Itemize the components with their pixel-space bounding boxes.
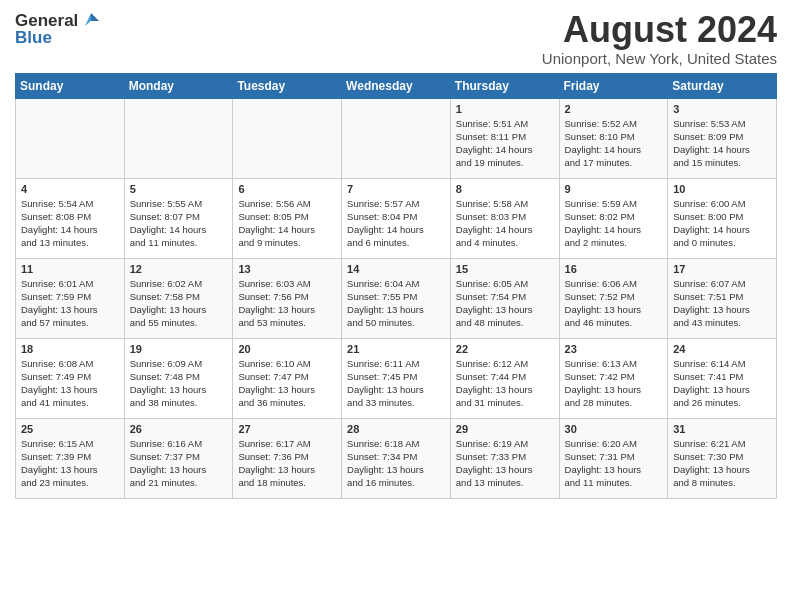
day-number: 30 bbox=[565, 423, 663, 435]
page-subtitle: Unionport, New York, United States bbox=[542, 50, 777, 67]
day-number: 17 bbox=[673, 263, 771, 275]
calendar-cell: 7Sunrise: 5:57 AM Sunset: 8:04 PM Daylig… bbox=[342, 178, 451, 258]
calendar-cell bbox=[124, 98, 233, 178]
calendar-cell: 22Sunrise: 6:12 AM Sunset: 7:44 PM Dayli… bbox=[450, 338, 559, 418]
day-number: 11 bbox=[21, 263, 119, 275]
day-number: 15 bbox=[456, 263, 554, 275]
day-number: 4 bbox=[21, 183, 119, 195]
weekday-header: Monday bbox=[124, 73, 233, 98]
day-number: 7 bbox=[347, 183, 445, 195]
day-number: 22 bbox=[456, 343, 554, 355]
day-info: Sunrise: 6:18 AM Sunset: 7:34 PM Dayligh… bbox=[347, 437, 445, 490]
header-row: SundayMondayTuesdayWednesdayThursdayFrid… bbox=[16, 73, 777, 98]
day-number: 31 bbox=[673, 423, 771, 435]
day-number: 23 bbox=[565, 343, 663, 355]
calendar-cell: 27Sunrise: 6:17 AM Sunset: 7:36 PM Dayli… bbox=[233, 418, 342, 498]
day-number: 27 bbox=[238, 423, 336, 435]
day-number: 8 bbox=[456, 183, 554, 195]
day-info: Sunrise: 6:05 AM Sunset: 7:54 PM Dayligh… bbox=[456, 277, 554, 330]
day-number: 6 bbox=[238, 183, 336, 195]
day-number: 25 bbox=[21, 423, 119, 435]
weekday-header: Wednesday bbox=[342, 73, 451, 98]
calendar-cell bbox=[342, 98, 451, 178]
calendar-cell: 23Sunrise: 6:13 AM Sunset: 7:42 PM Dayli… bbox=[559, 338, 668, 418]
day-info: Sunrise: 6:00 AM Sunset: 8:00 PM Dayligh… bbox=[673, 197, 771, 250]
day-number: 3 bbox=[673, 103, 771, 115]
day-info: Sunrise: 5:53 AM Sunset: 8:09 PM Dayligh… bbox=[673, 117, 771, 170]
day-info: Sunrise: 6:06 AM Sunset: 7:52 PM Dayligh… bbox=[565, 277, 663, 330]
day-info: Sunrise: 6:02 AM Sunset: 7:58 PM Dayligh… bbox=[130, 277, 228, 330]
day-info: Sunrise: 5:58 AM Sunset: 8:03 PM Dayligh… bbox=[456, 197, 554, 250]
logo: General Blue bbox=[15, 10, 102, 48]
day-info: Sunrise: 6:01 AM Sunset: 7:59 PM Dayligh… bbox=[21, 277, 119, 330]
weekday-header: Friday bbox=[559, 73, 668, 98]
calendar-cell: 25Sunrise: 6:15 AM Sunset: 7:39 PM Dayli… bbox=[16, 418, 125, 498]
day-number: 19 bbox=[130, 343, 228, 355]
calendar-table: SundayMondayTuesdayWednesdayThursdayFrid… bbox=[15, 73, 777, 499]
weekday-header: Tuesday bbox=[233, 73, 342, 98]
calendar-cell: 18Sunrise: 6:08 AM Sunset: 7:49 PM Dayli… bbox=[16, 338, 125, 418]
title-block: August 2024 Unionport, New York, United … bbox=[542, 10, 777, 67]
day-info: Sunrise: 6:20 AM Sunset: 7:31 PM Dayligh… bbox=[565, 437, 663, 490]
calendar-cell: 2Sunrise: 5:52 AM Sunset: 8:10 PM Daylig… bbox=[559, 98, 668, 178]
logo-icon bbox=[80, 10, 102, 32]
calendar-cell: 17Sunrise: 6:07 AM Sunset: 7:51 PM Dayli… bbox=[668, 258, 777, 338]
calendar-cell: 21Sunrise: 6:11 AM Sunset: 7:45 PM Dayli… bbox=[342, 338, 451, 418]
calendar-cell: 12Sunrise: 6:02 AM Sunset: 7:58 PM Dayli… bbox=[124, 258, 233, 338]
day-number: 10 bbox=[673, 183, 771, 195]
calendar-cell: 19Sunrise: 6:09 AM Sunset: 7:48 PM Dayli… bbox=[124, 338, 233, 418]
day-info: Sunrise: 5:59 AM Sunset: 8:02 PM Dayligh… bbox=[565, 197, 663, 250]
day-info: Sunrise: 5:55 AM Sunset: 8:07 PM Dayligh… bbox=[130, 197, 228, 250]
calendar-cell: 26Sunrise: 6:16 AM Sunset: 7:37 PM Dayli… bbox=[124, 418, 233, 498]
calendar-cell: 16Sunrise: 6:06 AM Sunset: 7:52 PM Dayli… bbox=[559, 258, 668, 338]
day-info: Sunrise: 6:11 AM Sunset: 7:45 PM Dayligh… bbox=[347, 357, 445, 410]
day-number: 13 bbox=[238, 263, 336, 275]
day-info: Sunrise: 6:14 AM Sunset: 7:41 PM Dayligh… bbox=[673, 357, 771, 410]
day-info: Sunrise: 6:03 AM Sunset: 7:56 PM Dayligh… bbox=[238, 277, 336, 330]
weekday-header: Sunday bbox=[16, 73, 125, 98]
day-number: 14 bbox=[347, 263, 445, 275]
day-info: Sunrise: 6:07 AM Sunset: 7:51 PM Dayligh… bbox=[673, 277, 771, 330]
calendar-cell: 5Sunrise: 5:55 AM Sunset: 8:07 PM Daylig… bbox=[124, 178, 233, 258]
day-info: Sunrise: 5:52 AM Sunset: 8:10 PM Dayligh… bbox=[565, 117, 663, 170]
day-info: Sunrise: 6:04 AM Sunset: 7:55 PM Dayligh… bbox=[347, 277, 445, 330]
day-number: 16 bbox=[565, 263, 663, 275]
day-number: 5 bbox=[130, 183, 228, 195]
day-number: 9 bbox=[565, 183, 663, 195]
day-number: 29 bbox=[456, 423, 554, 435]
day-number: 18 bbox=[21, 343, 119, 355]
day-info: Sunrise: 6:08 AM Sunset: 7:49 PM Dayligh… bbox=[21, 357, 119, 410]
weekday-header: Thursday bbox=[450, 73, 559, 98]
day-info: Sunrise: 6:12 AM Sunset: 7:44 PM Dayligh… bbox=[456, 357, 554, 410]
day-info: Sunrise: 6:13 AM Sunset: 7:42 PM Dayligh… bbox=[565, 357, 663, 410]
calendar-cell: 14Sunrise: 6:04 AM Sunset: 7:55 PM Dayli… bbox=[342, 258, 451, 338]
logo-blue-text: Blue bbox=[15, 28, 52, 48]
calendar-cell: 24Sunrise: 6:14 AM Sunset: 7:41 PM Dayli… bbox=[668, 338, 777, 418]
day-info: Sunrise: 6:15 AM Sunset: 7:39 PM Dayligh… bbox=[21, 437, 119, 490]
day-number: 20 bbox=[238, 343, 336, 355]
calendar-cell bbox=[16, 98, 125, 178]
calendar-cell: 28Sunrise: 6:18 AM Sunset: 7:34 PM Dayli… bbox=[342, 418, 451, 498]
day-number: 24 bbox=[673, 343, 771, 355]
day-number: 21 bbox=[347, 343, 445, 355]
day-info: Sunrise: 6:19 AM Sunset: 7:33 PM Dayligh… bbox=[456, 437, 554, 490]
calendar-cell: 31Sunrise: 6:21 AM Sunset: 7:30 PM Dayli… bbox=[668, 418, 777, 498]
day-info: Sunrise: 5:51 AM Sunset: 8:11 PM Dayligh… bbox=[456, 117, 554, 170]
calendar-cell: 13Sunrise: 6:03 AM Sunset: 7:56 PM Dayli… bbox=[233, 258, 342, 338]
calendar-cell: 6Sunrise: 5:56 AM Sunset: 8:05 PM Daylig… bbox=[233, 178, 342, 258]
calendar-cell: 3Sunrise: 5:53 AM Sunset: 8:09 PM Daylig… bbox=[668, 98, 777, 178]
calendar-week-row: 1Sunrise: 5:51 AM Sunset: 8:11 PM Daylig… bbox=[16, 98, 777, 178]
calendar-week-row: 11Sunrise: 6:01 AM Sunset: 7:59 PM Dayli… bbox=[16, 258, 777, 338]
calendar-cell: 20Sunrise: 6:10 AM Sunset: 7:47 PM Dayli… bbox=[233, 338, 342, 418]
page-title: August 2024 bbox=[542, 10, 777, 50]
day-info: Sunrise: 6:16 AM Sunset: 7:37 PM Dayligh… bbox=[130, 437, 228, 490]
day-number: 26 bbox=[130, 423, 228, 435]
calendar-cell: 10Sunrise: 6:00 AM Sunset: 8:00 PM Dayli… bbox=[668, 178, 777, 258]
day-info: Sunrise: 5:56 AM Sunset: 8:05 PM Dayligh… bbox=[238, 197, 336, 250]
day-number: 1 bbox=[456, 103, 554, 115]
day-info: Sunrise: 6:09 AM Sunset: 7:48 PM Dayligh… bbox=[130, 357, 228, 410]
day-info: Sunrise: 5:57 AM Sunset: 8:04 PM Dayligh… bbox=[347, 197, 445, 250]
calendar-cell: 30Sunrise: 6:20 AM Sunset: 7:31 PM Dayli… bbox=[559, 418, 668, 498]
calendar-cell: 9Sunrise: 5:59 AM Sunset: 8:02 PM Daylig… bbox=[559, 178, 668, 258]
calendar-cell: 4Sunrise: 5:54 AM Sunset: 8:08 PM Daylig… bbox=[16, 178, 125, 258]
